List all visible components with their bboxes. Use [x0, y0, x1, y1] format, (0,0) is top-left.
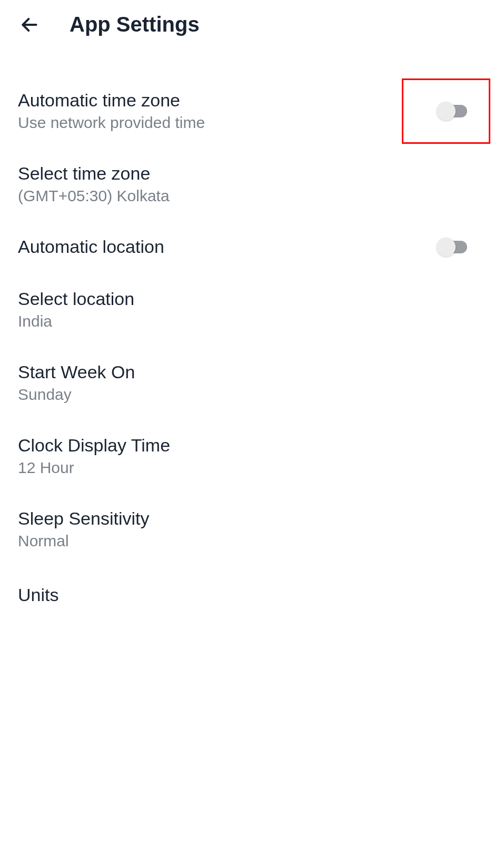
setting-text: Select time zone (GMT+05:30) Kolkata — [18, 163, 170, 205]
sleep-sensitivity-row[interactable]: Sleep Sensitivity Normal — [18, 493, 486, 566]
settings-list: Automatic time zone Use network provided… — [0, 49, 504, 612]
setting-text: Select location India — [18, 289, 134, 330]
setting-title: Automatic time zone — [18, 90, 205, 111]
setting-text: Automatic location — [18, 237, 164, 257]
setting-subtitle: (GMT+05:30) Kolkata — [18, 187, 170, 205]
setting-subtitle: India — [18, 312, 134, 330]
setting-title: Clock Display Time — [18, 435, 170, 456]
select-time-zone-row[interactable]: Select time zone (GMT+05:30) Kolkata — [18, 148, 486, 221]
setting-title: Automatic location — [18, 237, 164, 257]
setting-subtitle: Normal — [18, 532, 149, 550]
clock-display-time-row[interactable]: Clock Display Time 12 Hour — [18, 419, 486, 493]
setting-text: Clock Display Time 12 Hour — [18, 435, 170, 477]
setting-title: Sleep Sensitivity — [18, 508, 149, 529]
automatic-location-row[interactable]: Automatic location — [18, 221, 486, 273]
setting-subtitle: Sunday — [18, 386, 135, 404]
setting-text: Sleep Sensitivity Normal — [18, 508, 149, 550]
setting-text: Automatic time zone Use network provided… — [18, 90, 205, 132]
page-title: App Settings — [70, 13, 200, 36]
setting-title: Select time zone — [18, 163, 170, 184]
setting-subtitle: 12 Hour — [18, 459, 170, 477]
automatic-time-zone-row[interactable]: Automatic time zone Use network provided… — [18, 74, 486, 148]
setting-title: Start Week On — [18, 362, 135, 382]
toggle-thumb — [437, 238, 456, 257]
toggle-thumb — [437, 102, 456, 121]
setting-subtitle: Use network provided time — [18, 114, 205, 132]
units-section-header[interactable]: Units — [18, 566, 486, 612]
arrow-left-icon — [19, 15, 39, 35]
app-header: App Settings — [0, 0, 504, 49]
automatic-location-toggle[interactable] — [437, 238, 470, 257]
setting-title: Units — [18, 585, 486, 605]
setting-text: Start Week On Sunday — [18, 362, 135, 404]
select-location-row[interactable]: Select location India — [18, 273, 486, 346]
setting-title: Select location — [18, 289, 134, 309]
back-button[interactable] — [19, 14, 40, 35]
automatic-time-zone-toggle[interactable] — [437, 102, 470, 121]
start-week-on-row[interactable]: Start Week On Sunday — [18, 346, 486, 419]
